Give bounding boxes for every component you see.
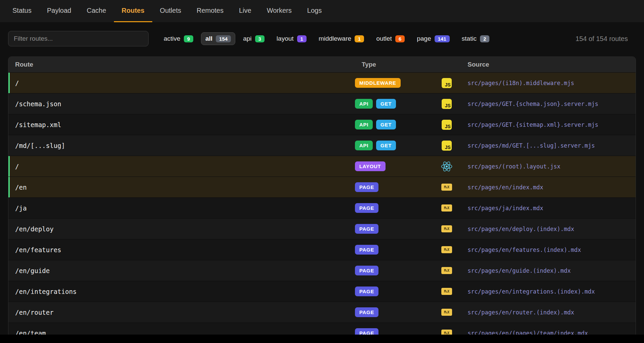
filter-chip-static[interactable]: static2 — [457, 32, 494, 45]
type-badge-page: PAGE — [355, 182, 378, 192]
filter-chip-outlet[interactable]: outlet6 — [372, 32, 409, 45]
route-type-badges: PAGE — [355, 182, 432, 192]
react-icon — [432, 161, 461, 172]
source-file-link[interactable]: src/pages/en/guide.(index).mdx — [461, 267, 636, 274]
source-file-link[interactable]: src/pages/en/deploy.(index).mdx — [461, 226, 636, 232]
filter-chip-label: outlet — [376, 35, 392, 42]
filter-chip-middleware[interactable]: middleware1 — [314, 32, 369, 45]
route-row[interactable]: /en/routerPAGEM↓Xsrc/pages/en/router.(in… — [8, 302, 636, 322]
tab-status[interactable]: Status — [5, 0, 39, 22]
type-badge-api: API — [355, 99, 373, 109]
routes-table-header: Route Type Source — [8, 57, 636, 72]
type-badge-get: GET — [376, 99, 396, 109]
mdx-icon: M↓X — [432, 309, 461, 316]
route-type-badges: PAGE — [355, 287, 432, 296]
source-file-link[interactable]: src/pages/md/GET.[...slug].server.mjs — [461, 142, 636, 149]
tab-live[interactable]: Live — [231, 0, 259, 22]
type-badge-page: PAGE — [355, 245, 378, 255]
filter-chip-api[interactable]: api3 — [239, 32, 269, 45]
route-row[interactable]: /en/featuresPAGEM↓Xsrc/pages/en/features… — [8, 239, 636, 260]
route-row[interactable]: /MIDDLEWAREJSsrc/pages/(i18n).middleware… — [8, 72, 636, 93]
routes-table-body: /MIDDLEWAREJSsrc/pages/(i18n).middleware… — [8, 72, 636, 343]
route-row[interactable]: /schema.jsonAPIGETJSsrc/pages/GET.{schem… — [8, 93, 636, 114]
route-row[interactable]: /en/integrationsPAGEM↓Xsrc/pages/en/inte… — [8, 281, 636, 302]
filter-chip-label: middleware — [319, 35, 351, 42]
type-badge-page: PAGE — [355, 307, 378, 317]
column-header-type: Type — [355, 61, 432, 68]
source-file-link[interactable]: src/pages/(root).layout.jsx — [461, 163, 636, 170]
mdx-icon: M↓X — [432, 225, 461, 232]
filter-chip-all[interactable]: all154 — [201, 32, 235, 45]
tab-workers[interactable]: Workers — [259, 0, 299, 22]
route-path: /ja — [8, 204, 355, 212]
tab-outlets[interactable]: Outlets — [152, 0, 189, 22]
filter-chip-layout[interactable]: layout1 — [272, 32, 311, 45]
tab-remotes[interactable]: Remotes — [189, 0, 231, 22]
route-row[interactable]: /md/[...slug]APIGETJSsrc/pages/md/GET.[.… — [8, 135, 636, 156]
js-icon: JS — [432, 99, 461, 109]
tab-routes[interactable]: Routes — [114, 0, 152, 22]
filter-chip-page[interactable]: page141 — [412, 32, 454, 45]
filter-chip-count-badge: 1 — [297, 35, 307, 42]
js-icon: JS — [432, 141, 461, 151]
route-type-badges: APIGET — [355, 141, 432, 150]
route-path: /en/guide — [8, 267, 355, 274]
route-path: /en/features — [8, 246, 355, 254]
route-path: /en — [8, 184, 355, 191]
filter-chip-count-badge: 154 — [216, 35, 231, 42]
filter-chip-count-badge: 1 — [355, 35, 364, 42]
route-type-badges: PAGE — [355, 307, 432, 317]
route-path: /sitemap.xml — [8, 121, 355, 128]
route-row[interactable]: /jaPAGEM↓Xsrc/pages/ja/index.mdx — [8, 197, 636, 218]
route-type-badges: MIDDLEWARE — [355, 78, 432, 88]
mdx-icon: M↓X — [432, 246, 461, 253]
top-nav: StatusPayloadCacheRoutesOutletsRemotesLi… — [0, 0, 644, 22]
route-path: /schema.json — [8, 100, 355, 108]
filter-chip-label: api — [243, 35, 251, 42]
type-badge-get: GET — [376, 120, 396, 129]
source-file-link[interactable]: src/pages/GET.{schema.json}.server.mjs — [461, 101, 636, 107]
route-type-badges: PAGE — [355, 203, 432, 213]
routes-table: Route Type Source /MIDDLEWAREJSsrc/pages… — [8, 56, 636, 343]
source-file-link[interactable]: src/pages/en/integrations.(index).mdx — [461, 288, 636, 295]
filter-chip-count-badge: 3 — [255, 35, 265, 42]
tab-payload[interactable]: Payload — [39, 0, 79, 22]
filter-chip-label: layout — [277, 35, 294, 42]
filter-chip-active[interactable]: active9 — [159, 32, 198, 45]
source-file-link[interactable]: src/pages/(i18n).middleware.mjs — [461, 80, 636, 86]
window-bottom-edge — [0, 335, 644, 343]
source-file-link[interactable]: src/pages/en/index.mdx — [461, 184, 636, 191]
filter-routes-input[interactable] — [8, 31, 149, 46]
type-badge-page: PAGE — [355, 224, 378, 234]
route-row[interactable]: /en/deployPAGEM↓Xsrc/pages/en/deploy.(in… — [8, 218, 636, 239]
route-path: / — [8, 79, 355, 87]
tab-cache[interactable]: Cache — [79, 0, 114, 22]
route-row[interactable]: /sitemap.xmlAPIGETJSsrc/pages/GET.{sitem… — [8, 114, 636, 135]
filter-chip-label: all — [205, 35, 212, 42]
route-path: / — [8, 163, 355, 170]
route-type-badges: LAYOUT — [355, 161, 432, 171]
route-row[interactable]: /LAYOUTsrc/pages/(root).layout.jsx — [8, 156, 636, 177]
source-file-link[interactable]: src/pages/ja/index.mdx — [461, 205, 636, 212]
route-row[interactable]: /en/guidePAGEM↓Xsrc/pages/en/guide.(inde… — [8, 260, 636, 281]
filter-chip-count-badge: 9 — [184, 35, 193, 42]
filter-bar: active9all154api3layout1middleware1outle… — [8, 31, 636, 46]
source-file-link[interactable]: src/pages/GET.{sitemap.xml}.server.mjs — [461, 121, 636, 128]
type-badge-api: API — [355, 141, 373, 150]
filter-chip-label: page — [417, 35, 431, 42]
type-badge-page: PAGE — [355, 266, 378, 275]
filter-chips: active9all154api3layout1middleware1outle… — [159, 32, 571, 45]
route-type-badges: PAGE — [355, 224, 432, 234]
tab-logs[interactable]: Logs — [299, 0, 329, 22]
type-badge-layout: LAYOUT — [355, 161, 386, 171]
mdx-icon: M↓X — [432, 184, 461, 191]
route-path: /en/router — [8, 309, 355, 316]
route-type-badges: APIGET — [355, 120, 432, 129]
routes-count-summary: 154 of 154 routes — [575, 35, 628, 43]
filter-chip-count-badge: 141 — [435, 35, 450, 42]
type-badge-page: PAGE — [355, 287, 378, 296]
route-row[interactable]: /enPAGEM↓Xsrc/pages/en/index.mdx — [8, 177, 636, 197]
source-file-link[interactable]: src/pages/en/features.(index).mdx — [461, 246, 636, 253]
source-file-link[interactable]: src/pages/en/router.(index).mdx — [461, 309, 636, 316]
type-badge-api: API — [355, 120, 373, 129]
